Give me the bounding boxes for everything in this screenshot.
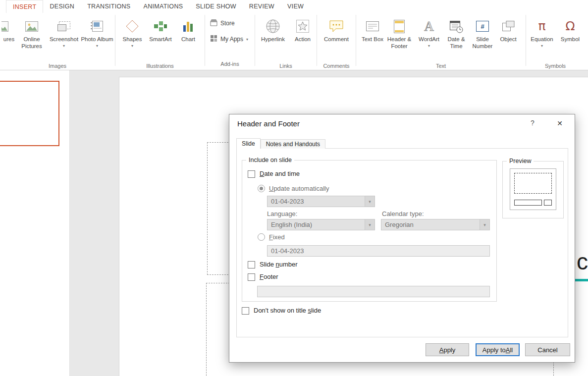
tab-design[interactable]: DESIGN — [43, 0, 81, 13]
preview-footer-placeholder — [514, 200, 542, 206]
tab-insert[interactable]: INSERT — [6, 0, 43, 13]
preview-number-placeholder — [544, 200, 552, 206]
text-box-label: Text Box — [362, 36, 383, 43]
header-footer-icon — [394, 17, 405, 36]
picture-icon — [1, 17, 8, 36]
chart-button[interactable]: Chart — [176, 14, 200, 62]
group-label-links: Links — [255, 62, 317, 70]
cancel-button[interactable]: Cancel — [525, 343, 570, 356]
date-format-dropdown: 01-04-2023 ▾ — [267, 196, 375, 207]
help-button[interactable]: ? — [528, 119, 537, 129]
store-icon — [210, 19, 217, 28]
slide-number-label: Slide Number — [469, 36, 496, 50]
screenshot-icon — [57, 17, 70, 36]
symbol-button[interactable]: Ω Symbol — [557, 14, 584, 62]
calendar-type-label: Calendar type: — [382, 210, 424, 217]
fixed-radio — [258, 233, 265, 241]
slide-thumbnail[interactable] — [0, 81, 59, 146]
chevron-down-icon: ▾ — [365, 219, 374, 230]
calendar-type-dropdown: Gregorian ▾ — [381, 219, 490, 230]
dropdown-arrow-icon: ▾ — [96, 44, 98, 48]
fixed-label: Fixed — [269, 233, 285, 241]
ribbon-group-illustrations: Shapes ▾ SmartArt Chart — [115, 13, 205, 70]
tab-review[interactable]: REVIEW — [243, 0, 281, 13]
tab-notes-and-handouts[interactable]: Notes and Handouts — [261, 139, 325, 149]
footer-checkbox[interactable] — [248, 273, 255, 281]
wordart-icon: A — [422, 17, 436, 36]
group-label-symbols: Symbols — [526, 62, 585, 70]
date-and-time-label[interactable]: Date and time — [260, 170, 300, 177]
shapes-button[interactable]: Shapes ▾ — [120, 14, 145, 62]
apply-button[interactable]: Apply — [426, 343, 469, 356]
shapes-icon — [126, 17, 139, 36]
date-format-value: 01-04-2023 — [271, 198, 304, 205]
close-icon[interactable]: ✕ — [552, 117, 567, 129]
slide-number-checkbox[interactable] — [248, 261, 255, 269]
date-time-button[interactable]: Date & Time — [443, 14, 469, 62]
smartart-label: SmartArt — [149, 36, 171, 43]
photo-album-button[interactable]: Photo Album ▾ — [81, 14, 113, 62]
store-button[interactable]: Store — [210, 19, 248, 28]
dropdown-arrow-icon: ▾ — [541, 44, 543, 48]
my-apps-button[interactable]: My Apps ▾ — [210, 35, 248, 44]
comment-button[interactable]: Comment — [320, 14, 353, 62]
equation-label: Equation — [531, 36, 553, 43]
text-box-button[interactable]: Text Box — [361, 14, 384, 62]
update-automatically-radio — [258, 185, 265, 192]
preview-body-placeholder — [514, 173, 552, 194]
tab-slide-show[interactable]: SLIDE SHOW — [189, 0, 243, 13]
wordart-button[interactable]: A WordArt ▾ — [415, 14, 443, 62]
footer-text-input — [257, 286, 490, 297]
date-and-time-checkbox[interactable] — [248, 170, 255, 178]
slide-thumbnail-pane — [0, 70, 70, 376]
pi-equation-icon: π — [538, 17, 545, 36]
tab-transitions[interactable]: TRANSITIONS — [81, 0, 137, 13]
photo-album-icon — [90, 17, 104, 36]
slide-number-icon: # — [476, 17, 489, 36]
dialog-tab-bar: Slide Notes and Handouts — [236, 138, 325, 149]
screenshot-button[interactable]: Screenshot ▾ — [47, 14, 81, 62]
ribbon-group-links: Hyperlink Action Links — [255, 13, 317, 70]
ribbon-group-images: ures Online Pictures Screenshot ▾ — [0, 13, 115, 70]
object-button[interactable]: Object — [496, 14, 521, 62]
slide-number-label[interactable]: Slide number — [260, 261, 298, 268]
group-label-addins: Add-ins — [205, 60, 255, 70]
dialog-title: Header and Footer — [237, 119, 300, 128]
dont-show-on-title-label[interactable]: Don't show on title slide — [254, 307, 321, 314]
tab-slide[interactable]: Slide — [236, 138, 261, 149]
header-footer-label: Header & Footer — [384, 36, 415, 50]
wordart-label: WordArt — [419, 36, 439, 43]
dropdown-arrow-icon: ▾ — [428, 44, 430, 48]
ribbon-group-text: Text Box Header & Footer A WordArt ▾ — [356, 13, 526, 70]
ribbon-tab-bar: INSERT DESIGN TRANSITIONS ANIMATIONS SLI… — [0, 0, 588, 13]
equation-button[interactable]: π Equation ▾ — [527, 14, 557, 62]
text-box-icon — [366, 17, 379, 36]
preview-legend: Preview — [507, 158, 534, 164]
group-label-illustrations: Illustrations — [115, 62, 205, 70]
chart-icon — [183, 17, 194, 36]
header-footer-button[interactable]: Header & Footer — [384, 14, 415, 62]
slide-number-button[interactable]: # Slide Number — [469, 14, 496, 62]
dropdown-arrow-icon: ▾ — [131, 44, 133, 48]
pictures-button[interactable]: ures — [1, 14, 16, 62]
chart-label: Chart — [181, 36, 195, 43]
hyperlink-button[interactable]: Hyperlink — [256, 14, 290, 62]
svg-text:#: # — [481, 23, 484, 30]
online-pictures-button[interactable]: Online Pictures — [16, 14, 47, 62]
group-label-comments: Comments — [317, 62, 356, 70]
include-on-slide-group: Include on slide — [242, 160, 497, 302]
language-label: Language: — [267, 210, 297, 217]
footer-label[interactable]: Footer — [260, 273, 278, 280]
smartart-button[interactable]: SmartArt — [145, 14, 176, 62]
tab-view[interactable]: VIEW — [281, 0, 310, 13]
header-footer-dialog: Header and Footer ? ✕ Slide Notes and Ha… — [229, 114, 575, 363]
shapes-label: Shapes — [122, 36, 142, 43]
photo-album-label: Photo Album — [81, 36, 113, 43]
action-button[interactable]: Action — [290, 14, 316, 62]
tab-animations[interactable]: ANIMATIONS — [137, 0, 190, 13]
dont-show-on-title-checkbox[interactable] — [242, 307, 249, 315]
smartart-icon — [154, 17, 167, 36]
dropdown-arrow-icon: ▾ — [246, 37, 248, 42]
apply-to-all-button[interactable]: Apply to All — [476, 343, 520, 356]
object-icon — [502, 17, 515, 36]
